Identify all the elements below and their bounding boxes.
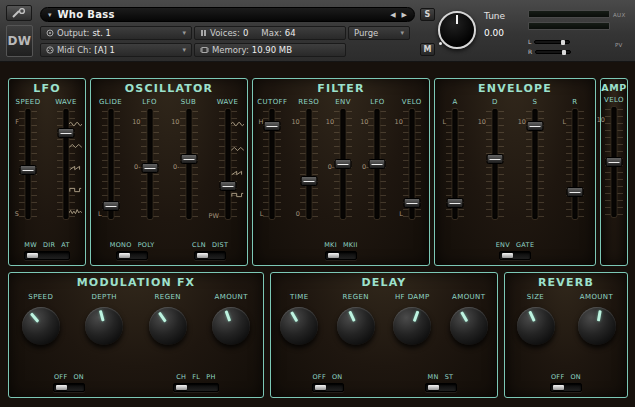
slider-track-osc-glide[interactable]: L (98, 109, 124, 219)
tick-label: 0- (131, 163, 141, 171)
slider-track-filter-lfo[interactable]: 100- (364, 109, 390, 219)
slider-handle-filter-reso[interactable] (300, 176, 317, 186)
knob-control-modfx-amount[interactable] (212, 307, 250, 345)
memory-display: Memory: 10.90 MB (194, 43, 346, 57)
switch-label: MKI (324, 241, 337, 249)
prev-instrument-icon[interactable]: ◀ (390, 11, 395, 19)
knob-control-reverb-size[interactable] (517, 307, 555, 345)
slider-track-filter-env[interactable]: 100- (330, 109, 356, 219)
knob-control-reverb-amount[interactable] (578, 307, 616, 345)
filter-panel: FILTER CUTOFFHLRESO100ENV100-LFO100-VELO… (252, 78, 430, 266)
slider-track-lfo-speed[interactable]: FS (15, 109, 41, 219)
edit-instrument-button[interactable] (6, 5, 32, 21)
memory-icon (200, 46, 209, 54)
slider-track-amp-velo[interactable]: 10 (601, 107, 627, 217)
purge-menu[interactable]: Purge ▾ (348, 26, 410, 40)
knob-label: AMOUNT (452, 293, 485, 301)
slider-handle-env-sustain[interactable] (527, 121, 544, 131)
tune-label: Tune (484, 11, 505, 21)
next-instrument-icon[interactable]: ▶ (402, 11, 407, 19)
knob-control-delay-time[interactable] (280, 307, 318, 345)
knob-delay-regen: REGEN (337, 293, 375, 345)
slider-track-osc-sub[interactable]: 100- (176, 109, 202, 219)
knob-label: AMOUNT (580, 293, 613, 301)
switch-body-reverb-power[interactable] (550, 383, 582, 392)
level-meter-left (528, 10, 610, 18)
output-selector[interactable]: Output: st. 1 ▾ (40, 26, 192, 40)
tick-label: 10 (516, 118, 526, 126)
slider-handle-osc-wave[interactable] (219, 181, 236, 191)
slider-track-filter-cutoff[interactable]: HL (259, 109, 285, 219)
slider-track-filter-velo[interactable]: 10L (399, 109, 425, 219)
switch-label: ON (332, 373, 343, 381)
slider-track-env-attack[interactable]: L (442, 109, 468, 219)
switch-body-env-mode[interactable] (499, 251, 531, 260)
knob-control-delay-hfdamp[interactable] (393, 307, 431, 345)
amp-panel: AMP VELO10 (600, 78, 628, 266)
slider-track-env-decay[interactable]: 10 (482, 109, 508, 219)
mute-button[interactable]: M (420, 43, 435, 56)
sine-wave-icon (231, 121, 244, 128)
tick-label: L (436, 118, 446, 126)
square-wave-icon (69, 187, 82, 194)
slider-handle-lfo-wave[interactable] (58, 128, 75, 138)
mini-fader-left-handle[interactable] (561, 40, 565, 45)
knob-pointer (510, 301, 560, 351)
slider-track-osc-lfo[interactable]: 100- (137, 109, 163, 219)
slider-track-lfo-wave[interactable] (53, 109, 79, 219)
slider-handle-osc-glide[interactable] (102, 201, 119, 211)
slider-handle-amp-velo[interactable] (606, 157, 623, 167)
slider-handle-env-decay[interactable] (487, 154, 504, 164)
slider-handle-filter-lfo[interactable] (369, 159, 386, 169)
slider-track-env-sustain[interactable]: 10 (522, 109, 548, 219)
slider-track-filter-reso[interactable]: 100 (296, 109, 322, 219)
slider-handle-lfo-speed[interactable] (20, 165, 37, 175)
modulation-fx-knobs: SPEEDDEPTHREGENAMOUNT (9, 293, 263, 345)
mini-fader-right-handle[interactable] (562, 50, 566, 55)
switch-body-lfo-trigger[interactable] (24, 251, 70, 260)
aux-label: AUX (613, 12, 625, 18)
slider-handle-env-release[interactable] (567, 187, 584, 197)
slider-handle-filter-env[interactable] (335, 159, 352, 169)
minimize-arrow-icon[interactable]: ▾ (48, 11, 52, 19)
instrument-title: Who Bass (58, 9, 391, 20)
slider-track-osc-wave[interactable]: PW (215, 109, 241, 219)
slider-handle-filter-cutoff[interactable] (264, 121, 281, 131)
switch-body-osc-voice-mode[interactable] (116, 251, 148, 260)
knob-control-delay-amount[interactable] (450, 307, 488, 345)
switch-label: GATE (516, 241, 534, 249)
solo-button[interactable]: S (420, 8, 435, 21)
reverb-switches: OFFON (505, 373, 627, 392)
knob-control-modfx-regen[interactable] (149, 307, 187, 345)
slider-handle-osc-sub[interactable] (180, 154, 197, 164)
switch-handle (119, 253, 130, 258)
slider-track-env-release[interactable]: L (562, 109, 588, 219)
instrument-title-bar[interactable]: ▾ Who Bass ◀ ▶ (40, 7, 415, 22)
slider-handle-env-attack[interactable] (447, 198, 464, 208)
midi-channel-selector[interactable]: Midi Ch: [A] 1 ▾ (40, 43, 192, 57)
switch-body-delay-power[interactable] (312, 383, 344, 392)
switch-body-delay-width[interactable] (425, 383, 457, 392)
mini-fader-right[interactable] (535, 50, 571, 54)
mini-fader-left[interactable] (534, 40, 570, 44)
tick-label: 10 (595, 116, 605, 124)
switch-body-filter-model[interactable] (325, 251, 357, 260)
oscillator-panel-title: OSCILLATOR (91, 82, 247, 95)
slider-handle-filter-velo[interactable] (403, 198, 420, 208)
filter-switches: MKIMKII (253, 241, 429, 260)
slider-label: D (492, 98, 498, 106)
knob-control-delay-regen[interactable] (337, 307, 375, 345)
level-meter-right (528, 22, 610, 30)
filter-panel-title: FILTER (253, 82, 429, 95)
slider-label: RESO (298, 98, 319, 106)
knob-control-modfx-depth[interactable] (85, 307, 123, 345)
tune-knob[interactable] (438, 11, 476, 49)
switch-body-modfx-type[interactable] (173, 383, 219, 392)
switch-body-osc-drive[interactable] (194, 251, 226, 260)
switch-label: MKII (343, 241, 358, 249)
switch-body-modfx-power[interactable] (53, 383, 85, 392)
slider-label: A (452, 98, 457, 106)
slider-handle-osc-lfo[interactable] (141, 163, 158, 173)
knob-control-modfx-speed[interactable] (22, 307, 60, 345)
envelope-panel-title: ENVELOPE (435, 82, 595, 95)
